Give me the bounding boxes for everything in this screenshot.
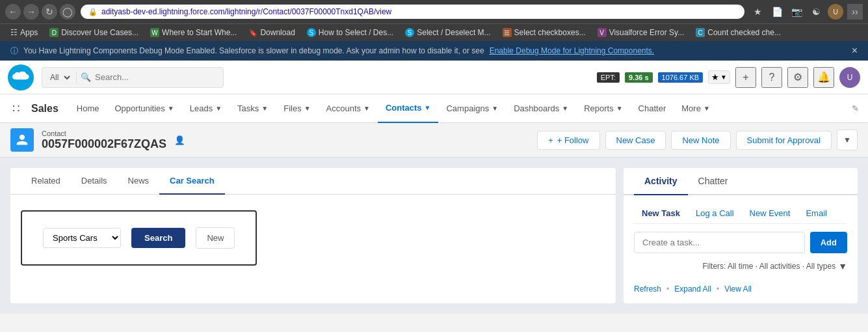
new-button[interactable]: New [196, 227, 235, 249]
search-button[interactable]: Search [131, 228, 185, 248]
record-header-actions: + + Follow New Case New Note Submit for … [537, 130, 858, 150]
tab-news[interactable]: News [118, 168, 160, 195]
task-input[interactable] [634, 232, 805, 253]
nav-reports[interactable]: Reports ▼ [576, 94, 630, 123]
chevron-down-icon: ▼ [363, 105, 370, 112]
right-tab-bar: Activity Chatter [624, 168, 858, 195]
bookmark-where[interactable]: W Where to Start Whe... [145, 27, 242, 38]
new-note-button[interactable]: New Note [671, 131, 730, 150]
download-label: Download [260, 28, 295, 37]
record-header-left: Contact 0057F000002F67ZQAS 👤 [10, 128, 185, 152]
subtab-email[interactable]: Email [798, 203, 835, 223]
nav-home[interactable]: Home [69, 94, 107, 123]
forward-button[interactable]: → [23, 4, 39, 20]
activity-subtabs: New Task Log a Call New Event Email [634, 203, 847, 224]
address-bar[interactable]: 🔒 adityasb-dev-ed.lightning.force.com/li… [81, 5, 744, 19]
filters-row: Filters: All time · All activities · All… [634, 261, 847, 271]
tab-related[interactable]: Related [21, 168, 71, 195]
nav-files[interactable]: Files ▼ [276, 94, 318, 123]
actions-dropdown-button[interactable]: ▼ [837, 130, 858, 150]
select-deselect-icon: S [405, 28, 414, 37]
separator: • [717, 284, 719, 294]
help-button[interactable]: ? [761, 67, 782, 88]
nav-dashboards[interactable]: Dashboards ▼ [506, 94, 576, 123]
visualforce-label: Visualforce Error Sy... [609, 28, 685, 37]
extensions-icon[interactable]: ☯ [808, 4, 824, 20]
refresh-button[interactable]: ↻ [42, 4, 57, 20]
tab-content-car-search: Sports CarsSedansSUVsTrucksMinivans Sear… [10, 195, 616, 281]
bookmark-visualforce[interactable]: V Visualforce Error Sy... [592, 27, 690, 38]
view-all-link[interactable]: View All [724, 284, 752, 294]
record-meta: Contact 0057F000002F67ZQAS [42, 130, 166, 151]
back-button[interactable]: ← [5, 4, 21, 20]
nav-tasks[interactable]: Tasks ▼ [230, 94, 276, 123]
search-scope-dropdown[interactable]: All [47, 72, 72, 83]
bell-button[interactable]: 🔔 [813, 67, 834, 88]
waffle-icon[interactable]: ∷ [5, 98, 26, 119]
nav-opportunities[interactable]: Opportunities ▼ [107, 94, 182, 123]
bookmarks-bar: ☷ Apps D Discover Use Cases... W Where t… [0, 23, 868, 41]
favorites-button[interactable]: ★ ▼ [708, 70, 730, 84]
bookmark-how-select[interactable]: S How to Select / Des... [302, 27, 399, 38]
nav-contacts[interactable]: Contacts ▼ [378, 94, 439, 123]
star-icon: ★ [711, 72, 719, 82]
tab-chatter[interactable]: Chatter [688, 168, 739, 195]
apps-label: Apps [20, 28, 38, 37]
add-button[interactable]: Add [810, 232, 847, 253]
nav-more[interactable]: More ▼ [674, 94, 718, 123]
ept-label: EPT: [597, 72, 620, 83]
header-right: EPT: 9.36 s 1076.67 KB ★ ▼ + ? ⚙ 🔔 U [597, 67, 860, 88]
bookmark-select-checkboxes[interactable]: ☰ Select checkboxes... [497, 27, 591, 38]
info-icon: ⓘ [10, 46, 18, 57]
search-bar[interactable]: All 🔍 [42, 67, 224, 88]
bookmark-apps[interactable]: ☷ Apps [5, 27, 43, 38]
nav-edit-button[interactable]: ✎ [847, 101, 863, 117]
bookmark-select-deselect[interactable]: S Select / Deselect M... [400, 27, 495, 38]
discover-label: Discover Use Cases... [61, 28, 138, 37]
debug-link[interactable]: Enable Debug Mode for Lightning Componen… [490, 46, 655, 55]
app-name: Sales [31, 103, 59, 115]
chevron-down-icon: ▼ [425, 104, 431, 111]
follow-button[interactable]: + + Follow [537, 131, 599, 150]
nav-accounts[interactable]: Accounts ▼ [319, 94, 378, 123]
bookmark-count-checked[interactable]: C Count checked che... [690, 27, 786, 38]
settings-button[interactable]: ⚙ [787, 67, 808, 88]
search-input[interactable] [95, 72, 218, 82]
tab-car-search[interactable]: Car Search [159, 168, 225, 195]
subtab-new-task[interactable]: New Task [634, 203, 688, 223]
nav-leads[interactable]: Leads ▼ [182, 94, 230, 123]
salesforce-logo [8, 64, 34, 90]
address-text: adityasb-dev-ed.lightning.force.com/ligh… [101, 7, 737, 16]
add-button[interactable]: + [735, 67, 756, 88]
expand-all-link[interactable]: Expand All [674, 284, 711, 294]
subtab-new-event[interactable]: New Event [742, 203, 798, 223]
record-id: 0057F000002F67ZQAS [42, 137, 166, 151]
screenshot-icon[interactable]: 📷 [789, 4, 804, 20]
nav-chatter[interactable]: Chatter [631, 94, 674, 123]
more-button[interactable]: ›› [847, 4, 863, 20]
submit-approval-button[interactable]: Submit for Approval [736, 131, 832, 150]
cars-dropdown[interactable]: Sports CarsSedansSUVsTrucksMinivans [43, 228, 121, 248]
select-checkboxes-label: Select checkboxes... [514, 28, 586, 37]
change-owner-button[interactable]: 👤 [174, 135, 185, 145]
refresh-link[interactable]: Refresh [634, 284, 661, 294]
bookmark-discover[interactable]: D Discover Use Cases... [44, 27, 144, 38]
follow-label: + Follow [556, 135, 589, 145]
home-button[interactable]: ◯ [60, 4, 75, 20]
contact-icon [10, 128, 34, 152]
star-button[interactable]: ★ [750, 4, 765, 20]
filters-dropdown-button[interactable]: ▼ [838, 261, 847, 271]
new-case-button[interactable]: New Case [605, 131, 666, 150]
nav-campaigns[interactable]: Campaigns ▼ [438, 94, 506, 123]
user-avatar[interactable]: U [839, 67, 860, 88]
pdf-icon[interactable]: 📄 [769, 4, 785, 20]
subtab-log-call[interactable]: Log a Call [688, 203, 742, 223]
tab-activity[interactable]: Activity [634, 168, 688, 195]
chevron-down-icon: ▼ [492, 105, 498, 112]
lock-icon: 🔒 [88, 8, 98, 16]
profile-avatar[interactable]: U [828, 4, 843, 20]
chevron-down-icon: ▼ [168, 105, 174, 112]
debug-close-button[interactable]: × [852, 45, 858, 57]
bookmark-download[interactable]: 🔖 Download [243, 27, 300, 38]
tab-details[interactable]: Details [71, 168, 118, 195]
